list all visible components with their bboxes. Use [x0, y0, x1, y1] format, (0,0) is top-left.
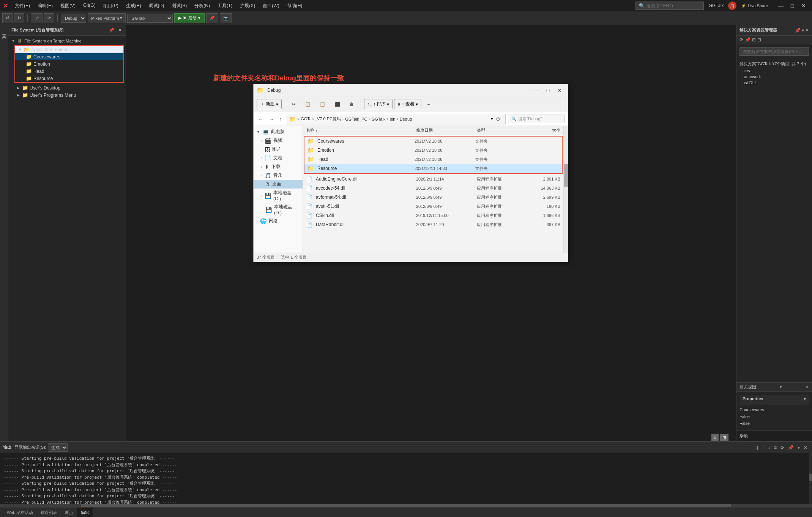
view-button[interactable]: ≡ ≡ 查看 ▾	[394, 99, 421, 109]
screenshot-button[interactable]: 📷	[220, 13, 232, 23]
nav-docs[interactable]: › 📄 文档	[254, 154, 303, 162]
more-button[interactable]: ···	[423, 100, 434, 108]
vert-tool-btn[interactable]: 工具箱	[0, 28, 8, 33]
close-button[interactable]: ✕	[798, 2, 809, 10]
search-bar[interactable]: 🔍 搜索"Debug"	[508, 115, 565, 123]
explorer-minimize-btn[interactable]: —	[531, 86, 542, 94]
paste-button[interactable]: 📋	[316, 100, 329, 108]
folder-row-resource[interactable]: 📁 Resource 2021/12/11 14:33 文件夹	[304, 164, 562, 173]
start-button[interactable]: ▶ ▶ 启动 ▾	[174, 13, 205, 23]
tree-head[interactable]: 📁 Head	[15, 68, 123, 75]
tree-emotion[interactable]: 📁 Emotion	[15, 60, 123, 68]
menu-window[interactable]: 窗口(W)	[259, 1, 283, 11]
sol-item-framework[interactable]: ramework	[736, 74, 812, 80]
properties-dropdown[interactable]: ▾	[804, 396, 806, 403]
sol-arrow-icon[interactable]: ▾	[802, 28, 804, 33]
tree-resource[interactable]: 📁 Resource	[15, 75, 123, 82]
maximize-button[interactable]: □	[787, 2, 798, 10]
output-scrollbar-thumb[interactable]	[809, 473, 812, 481]
menu-git[interactable]: Git(G)	[79, 1, 99, 11]
tree-coursewares[interactable]: 📁 Coursewares	[15, 53, 123, 60]
related-view-pin[interactable]: ▾	[780, 385, 782, 390]
folder-row-coursewares[interactable]: 📁 Coursewares 2021/7/2 18:08 文件夹	[304, 137, 562, 146]
application-folder[interactable]: ▼ 📁 Application Folder	[15, 46, 123, 53]
menu-build[interactable]: 生成(B)	[122, 1, 145, 11]
sol-tool-collapse[interactable]: ⊟	[757, 37, 761, 42]
col-type[interactable]: 类型	[477, 127, 522, 133]
output-hscrollbar[interactable]	[0, 504, 812, 507]
col-date[interactable]: 修改日期	[416, 127, 477, 133]
back-button[interactable]: ←	[257, 115, 265, 123]
output-source-select[interactable]: 生成	[48, 443, 68, 452]
file-row-audio[interactable]: 📄 AudioEngineCore.dll 2020/2/1 11:14 应用程…	[303, 174, 563, 184]
address-bar[interactable]: 📁 « GGTalk_V7.0 PC源码 › GGTalk_PC › GGTal…	[286, 114, 506, 124]
menu-analyze[interactable]: 分析(N)	[191, 1, 214, 11]
project-select[interactable]: GGTalk	[127, 14, 173, 23]
related-view-close[interactable]: ✕	[806, 385, 809, 390]
git-button[interactable]: ⎇	[31, 13, 43, 23]
file-row-avutil[interactable]: 📄 avutil-51.dll 2012/6/9 0:49 应用程序扩展 180…	[303, 202, 563, 211]
menu-view[interactable]: 视图(V)	[57, 1, 79, 11]
nav-downloads[interactable]: › ⬇ 下载	[254, 162, 303, 171]
grid-view-btn[interactable]: ⊞	[720, 434, 728, 441]
up-button[interactable]: ↑	[278, 115, 284, 123]
output-scrollbar[interactable]	[809, 453, 812, 504]
copy-button[interactable]: 📋	[301, 100, 314, 108]
sol-pin-icon[interactable]: 📌	[795, 28, 801, 33]
tree-programs-menu[interactable]: ▶ 📁 User's Programs Menu	[8, 91, 126, 99]
tab-breakpoints[interactable]: 断点	[61, 508, 77, 517]
tab-web-publish[interactable]: Web 发布活动	[3, 508, 37, 517]
output-tool-1[interactable]: |	[755, 444, 760, 451]
minimize-button[interactable]: —	[776, 2, 786, 10]
menu-test[interactable]: 测试(S)	[168, 1, 191, 11]
output-tool-5[interactable]: ⟳	[779, 444, 786, 451]
menu-project[interactable]: 项目(P)	[99, 1, 122, 11]
panel-close-btn[interactable]: ✕	[117, 27, 123, 33]
pin-button[interactable]: 📌	[206, 13, 218, 23]
output-tool-4[interactable]: ≡	[773, 444, 778, 451]
debug-config-select[interactable]: Debug	[61, 14, 86, 23]
output-tool-2[interactable]: ↑	[760, 444, 766, 451]
nav-video[interactable]: › 🎬 视频	[254, 136, 303, 145]
forward-button[interactable]: →	[267, 115, 276, 123]
explorer-maximize-btn[interactable]: □	[543, 86, 553, 94]
menu-debug[interactable]: 调试(D)	[145, 1, 168, 11]
list-view-btn[interactable]: ≡	[711, 434, 719, 441]
scrollbar[interactable]	[563, 126, 568, 253]
delete-button[interactable]: 🗑	[345, 100, 358, 108]
sol-tool-sync[interactable]: ⟳	[739, 37, 743, 42]
sol-tool-pin[interactable]: 📌	[745, 37, 751, 42]
folder-row-emotion[interactable]: 📁 Emotion 2021/7/2 18:08 文件夹	[304, 146, 562, 155]
tab-error-list[interactable]: 错误列表	[37, 508, 61, 517]
file-row-avcodec[interactable]: 📄 avcodec-54.dll 2012/6/9 0:49 应用程序扩展 14…	[303, 184, 563, 193]
tree-desktop[interactable]: ▶ 📁 User's Desktop	[8, 84, 126, 91]
menu-tools[interactable]: 工具(T)	[214, 1, 236, 11]
undo-button[interactable]: ↺	[2, 13, 13, 23]
menu-file[interactable]: 文件(E)	[11, 1, 34, 11]
nav-disk-c[interactable]: › 💾 本地磁盘 (C:)	[254, 189, 303, 203]
nav-music[interactable]: › 🎵 音乐	[254, 171, 303, 180]
folder-row-head[interactable]: 📁 Head 2021/7/2 18:08 文件夹	[304, 155, 562, 164]
file-row-datarabbit[interactable]: 📄 DataRabbit.dll 2020/9/7 11:20 应用程序扩展 3…	[303, 220, 563, 229]
search-box[interactable]: 🔍	[635, 2, 704, 10]
sol-item-dll[interactable]: ost.DLL	[736, 80, 812, 86]
nav-desktop[interactable]: › 🖥 桌面	[254, 180, 303, 189]
menu-extensions[interactable]: 扩展(X)	[236, 1, 259, 11]
sol-close-icon[interactable]: ✕	[805, 28, 809, 33]
nav-disk-d[interactable]: – 💾 本地磁盘 (D:)	[254, 203, 303, 217]
tab-output[interactable]: 输出	[77, 508, 93, 517]
new-button[interactable]: ＋ 新建 ▾	[257, 99, 282, 109]
sort-button[interactable]: ↑↓ ↑ 排序 ▾	[364, 99, 393, 109]
sol-tool-expand[interactable]: ⊞	[752, 37, 756, 42]
sol-solution-label[interactable]: 解决方案"GGTalk"(7个项目, 共 7 个)	[736, 60, 812, 68]
cut-button[interactable]: ✂	[288, 100, 300, 108]
nav-pictures[interactable]: › 🖼 图片	[254, 145, 303, 154]
menu-edit[interactable]: 编辑(E)	[34, 1, 57, 11]
output-pin[interactable]: 📌	[787, 444, 795, 451]
rename-button[interactable]: ⬛	[331, 100, 344, 108]
col-size[interactable]: 大小	[522, 127, 560, 133]
nav-network[interactable]: › 🌐 网络	[254, 217, 303, 225]
search-input[interactable]	[646, 3, 699, 8]
tree-root[interactable]: ▼ 🖥 File System on Target Machine	[8, 37, 126, 44]
output-hscrollbar-thumb[interactable]	[81, 504, 731, 507]
